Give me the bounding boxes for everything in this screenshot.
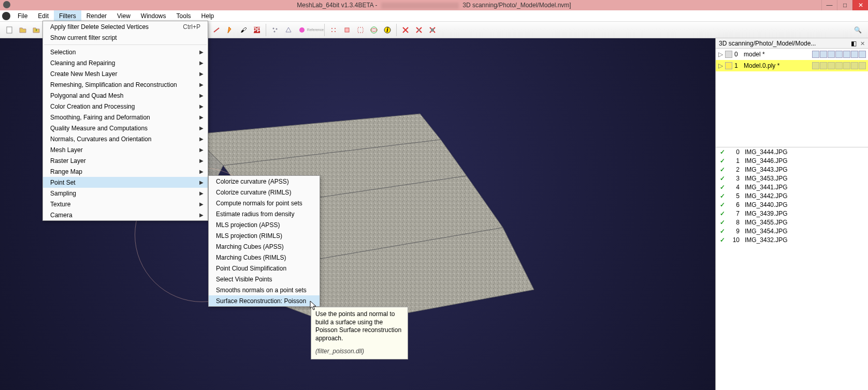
layer-toggle-icon[interactable]: [859, 62, 866, 69]
image-row[interactable]: ✓5IMG_3442.JPG: [716, 191, 868, 200]
submenu-item[interactable]: Colorize curvature (RIMLS): [209, 187, 320, 198]
layer-row[interactable]: ▷1Model.0.ply *: [716, 60, 868, 71]
eye-icon[interactable]: [725, 62, 732, 69]
menu-windows[interactable]: Windows: [136, 10, 171, 21]
layer-toggle-icon[interactable]: [851, 62, 858, 69]
torch-icon[interactable]: [224, 24, 236, 36]
layer-toggle-icon[interactable]: [820, 62, 827, 69]
color-icon[interactable]: [296, 24, 308, 36]
del-all-icon[interactable]: [426, 24, 439, 36]
info-icon[interactable]: i: [381, 24, 394, 36]
tetra-icon[interactable]: [282, 24, 295, 36]
expand-icon[interactable]: ▷: [718, 51, 723, 58]
side-panel-tab[interactable]: 3D scanning/Photo/_Model/Mode... ◧ ✕: [716, 38, 868, 49]
ref-icon[interactable]: Reference: [309, 24, 322, 36]
points-icon[interactable]: [269, 24, 281, 36]
menu-item-camera[interactable]: Camera▶: [43, 209, 208, 220]
layer-toggle-icon[interactable]: [843, 51, 850, 58]
layer-toggle-icon[interactable]: [835, 51, 843, 58]
minimize-button[interactable]: —: [821, 0, 837, 10]
image-row[interactable]: ✓8IMG_3455.JPG: [716, 218, 868, 227]
layer-toggle-icon[interactable]: [859, 51, 866, 58]
menu-item-quality-measure-and-computations[interactable]: Quality Measure and Computations▶: [43, 123, 208, 133]
submenu-item[interactable]: Smooths normals on a point sets: [209, 284, 320, 295]
svg-rect-24: [345, 28, 349, 32]
image-row[interactable]: ✓6IMG_3440.JPG: [716, 200, 868, 209]
search-icon[interactable]: 🔍: [850, 23, 865, 37]
menu-item-range-map[interactable]: Range Map▶: [43, 166, 208, 177]
maximize-button[interactable]: □: [837, 0, 852, 10]
menu-item[interactable]: Show current filter script: [43, 32, 208, 43]
close-button[interactable]: ✕: [852, 0, 868, 10]
menu-file[interactable]: File: [12, 10, 33, 21]
menu-render[interactable]: Render: [81, 10, 112, 21]
menu-edit[interactable]: Edit: [33, 10, 54, 21]
menu-item-sampling[interactable]: Sampling▶: [43, 188, 208, 199]
menu-item-smoothing-fairing-and-deformation[interactable]: Smoothing, Fairing and Deformation▶: [43, 112, 208, 123]
check-icon: ✓: [720, 184, 726, 191]
submenu-item[interactable]: Surface Reconstruction: Poisson: [209, 295, 320, 306]
panel-close-icon[interactable]: ✕: [860, 40, 865, 47]
menu-item-remeshing-simplification-and-reconstruction[interactable]: Remeshing, Simplification and Reconstruc…: [43, 79, 208, 90]
eye-icon[interactable]: [725, 51, 732, 58]
pp-icon[interactable]: PP: [251, 24, 263, 36]
submenu-item[interactable]: Select Visible Points: [209, 274, 320, 284]
menu-item-texture[interactable]: Texture▶: [43, 199, 208, 209]
image-row[interactable]: ✓10IMG_3432.JPG: [716, 235, 868, 244]
expand-icon[interactable]: ▷: [718, 62, 723, 69]
image-row[interactable]: ✓7IMG_3439.JPG: [716, 209, 868, 218]
check-icon: ✓: [720, 219, 726, 226]
image-row[interactable]: ✓3IMG_3453.JPG: [716, 174, 868, 183]
menu-item-normals-curvatures-and-orientation[interactable]: Normals, Curvatures and Orientation▶: [43, 133, 208, 144]
sel-verts-icon[interactable]: [327, 24, 340, 36]
layer-toggle-icon[interactable]: [828, 62, 835, 69]
panel-float-icon[interactable]: ◧: [851, 40, 857, 47]
submenu-item[interactable]: MLS projection (RIMLS): [209, 230, 320, 241]
layer-toggle-icon[interactable]: [851, 51, 858, 58]
del-vert-icon[interactable]: [399, 24, 412, 36]
menu-item-raster-layer[interactable]: Raster Layer▶: [43, 155, 208, 166]
submenu-item[interactable]: Colorize curvature (APSS): [209, 176, 320, 187]
trackball-icon[interactable]: [368, 24, 380, 36]
measure-icon[interactable]: [210, 24, 223, 36]
image-row[interactable]: ✓1IMG_3446.JPG: [716, 156, 868, 165]
submenu-item[interactable]: Marching Cubes (RIMLS): [209, 252, 320, 263]
menu-item-color-creation-and-processing[interactable]: Color Creation and Processing▶: [43, 101, 208, 112]
brush-icon[interactable]: 🖌: [237, 24, 250, 36]
image-row[interactable]: ✓2IMG_3443.JPG: [716, 165, 868, 174]
layer-toggle-icon[interactable]: [812, 51, 819, 58]
new-file-icon[interactable]: [3, 24, 16, 36]
submenu-item[interactable]: Compute normals for point sets: [209, 198, 320, 208]
check-icon: ✓: [720, 192, 726, 200]
submenu-item[interactable]: Marching Cubes (APSS): [209, 241, 320, 252]
menu-view[interactable]: View: [112, 10, 136, 21]
menu-item-create-new-mesh-layer[interactable]: Create New Mesh Layer▶: [43, 68, 208, 79]
image-row[interactable]: ✓0IMG_3444.JPG: [716, 147, 868, 156]
submenu-item[interactable]: Estimate radius from density: [209, 208, 320, 219]
layer-toggle-icon[interactable]: [843, 62, 850, 69]
menu-item-polygonal-and-quad-mesh[interactable]: Polygonal and Quad Mesh▶: [43, 90, 208, 101]
layer-row[interactable]: ▷0model *: [716, 49, 868, 60]
menu-item[interactable]: Apply filter Delete Selected VerticesCtr…: [43, 21, 208, 32]
menu-help[interactable]: Help: [196, 10, 220, 21]
menu-item-cleaning-and-repairing[interactable]: Cleaning and Repairing▶: [43, 57, 208, 68]
menu-item-selection[interactable]: Selection▶: [43, 47, 208, 57]
menu-item-point-set[interactable]: Point Set▶: [43, 177, 208, 188]
layer-toggle-icon[interactable]: [828, 51, 835, 58]
open-folder-icon[interactable]: [17, 24, 29, 36]
submenu-item[interactable]: Point Cloud Simplification: [209, 263, 320, 274]
layer-toggle-icon[interactable]: [812, 62, 819, 69]
layer-toggle-icon[interactable]: [835, 62, 843, 69]
sel-conn-icon[interactable]: [354, 24, 367, 36]
sel-face-icon[interactable]: [341, 24, 353, 36]
menu-filters[interactable]: Filters: [54, 10, 81, 21]
image-row[interactable]: ✓9IMG_3454.JPG: [716, 227, 868, 235]
layer-toggle-icon[interactable]: [820, 51, 827, 58]
del-face-icon[interactable]: [413, 24, 425, 36]
menu-item-mesh-layer[interactable]: Mesh Layer▶: [43, 144, 208, 155]
submenu-item[interactable]: MLS projection (APSS): [209, 219, 320, 230]
svg-point-21: [335, 28, 336, 29]
image-row[interactable]: ✓4IMG_3441.JPG: [716, 183, 868, 191]
import-icon[interactable]: [30, 24, 42, 36]
menu-tools[interactable]: Tools: [171, 10, 196, 21]
